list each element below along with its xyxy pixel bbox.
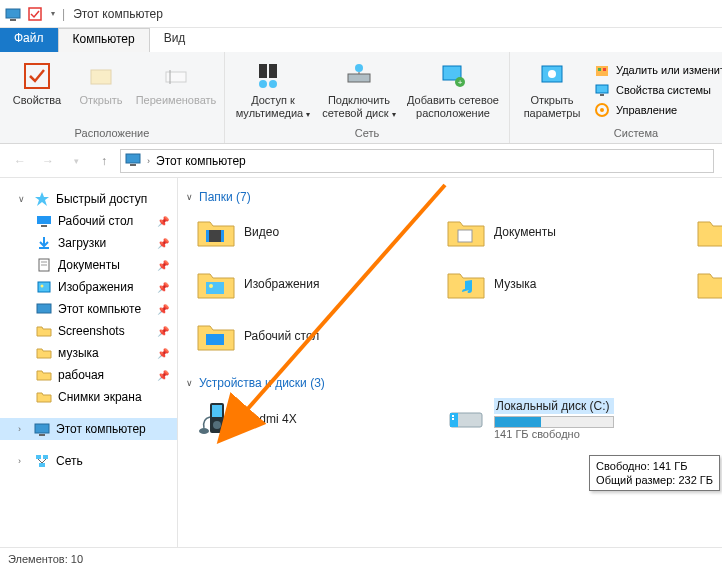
nav-work[interactable]: рабочая📌 <box>0 364 177 386</box>
folder-icon <box>36 345 52 361</box>
folder-icon <box>36 367 52 383</box>
nav-pictures[interactable]: Изображения📌 <box>0 276 177 298</box>
uninstall-icon <box>594 62 610 78</box>
address-path[interactable]: › Этот компьютер <box>120 149 714 173</box>
svg-point-12 <box>355 64 363 72</box>
svg-point-18 <box>548 70 556 78</box>
svg-rect-39 <box>39 434 45 436</box>
pin-icon: 📌 <box>157 216 169 227</box>
section-header-folders[interactable]: ∨ Папки (7) <box>186 186 722 208</box>
svg-rect-11 <box>348 74 370 82</box>
open-button[interactable]: Открыть <box>70 58 132 109</box>
music-folder-icon <box>446 264 486 304</box>
nav-documents[interactable]: Документы📌 <box>0 254 177 276</box>
ribbon: Свойства Открыть Переименовать Расположе… <box>0 52 722 144</box>
ribbon-tabs: Файл Компьютер Вид <box>0 28 722 52</box>
svg-rect-22 <box>596 85 608 93</box>
folder-cutoff-1[interactable] <box>692 208 722 256</box>
chevron-right-icon[interactable]: › <box>147 156 150 166</box>
videos-folder-icon <box>196 212 236 252</box>
nav-this-pc[interactable]: › Этот компьютер <box>0 418 177 440</box>
qat-dropdown-icon[interactable]: ▾ <box>48 5 58 23</box>
svg-rect-47 <box>221 230 224 242</box>
qat-properties-icon[interactable] <box>26 5 44 23</box>
svg-point-25 <box>600 108 604 112</box>
ribbon-group-network: Доступ к мультимедиа ▾ Подключить сетево… <box>225 52 510 143</box>
device-local-disk[interactable]: Локальный диск (C:) 141 ГБ свободно <box>442 394 692 444</box>
group-label-system: Система <box>516 125 722 141</box>
nav-thispc-sub[interactable]: Этот компьюте📌 <box>0 298 177 320</box>
folder-icon <box>36 389 52 405</box>
pictures-icon <box>36 279 52 295</box>
tab-computer[interactable]: Компьютер <box>58 28 150 52</box>
nav-downloads[interactable]: Загрузки📌 <box>0 232 177 254</box>
drive-usage-bar <box>494 416 614 428</box>
chevron-down-icon: ∨ <box>186 378 193 388</box>
network-drive-icon <box>343 60 375 92</box>
pc-icon <box>36 301 52 317</box>
svg-rect-41 <box>43 455 48 459</box>
nav-music[interactable]: музыка📌 <box>0 342 177 364</box>
nav-screenshots[interactable]: Screenshots📌 <box>0 320 177 342</box>
rename-button[interactable]: Переименовать <box>134 58 218 109</box>
device-redmi[interactable]: Redmi 4X <box>192 394 442 444</box>
forward-button[interactable]: → <box>36 149 60 173</box>
svg-rect-2 <box>29 8 41 20</box>
media-icon <box>257 60 289 92</box>
svg-rect-8 <box>269 64 277 78</box>
nav-quick-access[interactable]: ∨ Быстрый доступ <box>0 188 177 210</box>
svg-text:+: + <box>458 78 463 87</box>
svg-rect-48 <box>458 230 472 242</box>
separator: | <box>62 7 65 21</box>
expand-icon[interactable]: ∨ <box>18 194 28 204</box>
system-properties-button[interactable]: Свойства системы <box>590 80 722 100</box>
svg-rect-4 <box>91 70 111 84</box>
expand-icon[interactable]: › <box>18 456 28 466</box>
svg-rect-21 <box>603 68 606 71</box>
expand-icon[interactable]: › <box>18 424 28 434</box>
open-settings-button[interactable]: Открыть параметры <box>516 58 588 122</box>
media-access-button[interactable]: Доступ к мультимедиа ▾ <box>231 58 315 123</box>
folder-pictures[interactable]: Изображения <box>192 260 442 308</box>
folder-desktop[interactable]: Рабочий стол <box>192 312 442 360</box>
titlebar: ▾ | Этот компьютер <box>0 0 722 28</box>
disk-tooltip: Свободно: 141 ГБ Общий размер: 232 ГБ <box>589 455 720 491</box>
folder-cutoff-2[interactable] <box>692 260 722 308</box>
svg-rect-26 <box>126 154 140 163</box>
tab-view[interactable]: Вид <box>150 28 200 52</box>
pin-icon: 📌 <box>157 326 169 337</box>
pc-icon <box>125 151 141 170</box>
pin-icon: 📌 <box>157 282 169 293</box>
nav-snips[interactable]: Снимки экрана <box>0 386 177 408</box>
svg-line-44 <box>42 459 46 463</box>
pin-icon: 📌 <box>157 304 169 315</box>
pictures-folder-icon <box>196 264 236 304</box>
manage-button[interactable]: Управление <box>590 100 722 120</box>
up-button[interactable]: ↑ <box>92 149 116 173</box>
uninstall-button[interactable]: Удалить или изменить про <box>590 60 722 80</box>
properties-button[interactable]: Свойства <box>6 58 68 109</box>
nav-desktop[interactable]: Рабочий стол📌 <box>0 210 177 232</box>
back-button[interactable]: ← <box>8 149 32 173</box>
section-header-devices[interactable]: ∨ Устройства и диски (3) <box>186 372 722 394</box>
svg-rect-53 <box>212 405 222 417</box>
svg-point-50 <box>209 284 213 288</box>
svg-rect-58 <box>452 415 454 417</box>
nav-network[interactable]: › Сеть <box>0 450 177 472</box>
folder-music[interactable]: Музыка <box>442 260 692 308</box>
recent-button[interactable]: ▾ <box>64 149 88 173</box>
pin-icon: 📌 <box>157 370 169 381</box>
checkmark-icon <box>21 60 53 92</box>
section-folders: ∨ Папки (7) Видео Документы Изображения <box>186 186 722 360</box>
pc-icon <box>34 421 50 437</box>
svg-rect-46 <box>206 230 209 242</box>
svg-line-43 <box>38 459 42 463</box>
svg-rect-5 <box>166 72 186 82</box>
tab-file[interactable]: Файл <box>0 28 58 52</box>
folder-documents[interactable]: Документы <box>442 208 692 256</box>
map-drive-button[interactable]: Подключить сетевой диск ▾ <box>317 58 401 123</box>
folder-videos[interactable]: Видео <box>192 208 442 256</box>
add-network-button[interactable]: + Добавить сетевое расположение <box>403 58 503 122</box>
svg-rect-37 <box>37 304 51 313</box>
svg-rect-0 <box>6 9 20 18</box>
